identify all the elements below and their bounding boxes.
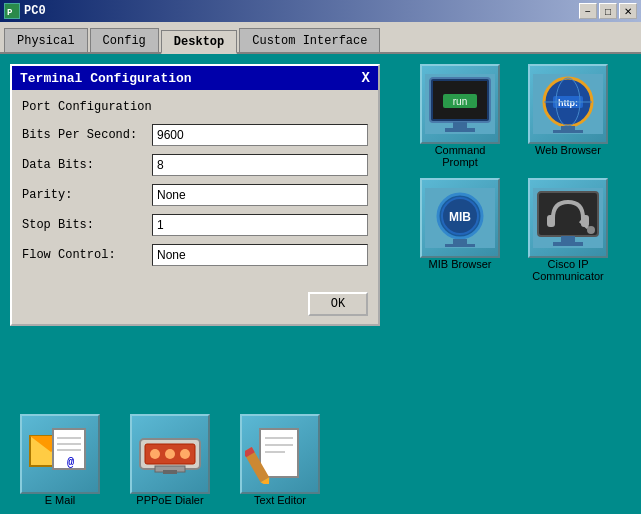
dialog-title-text: Terminal Configuration	[20, 71, 192, 86]
middle-icon-row: MIB MIB Browser	[410, 178, 618, 282]
dialog-body: Port Configuration Bits Per Second: 9600…	[12, 90, 378, 284]
email-icon-item[interactable]: @ E Mail	[10, 414, 110, 506]
text-editor-label: Text Editor	[254, 494, 306, 506]
mib-browser-label: MIB Browser	[429, 258, 492, 270]
web-browser-icon[interactable]: http: Web Browser	[518, 64, 618, 168]
data-bits-row: Data Bits: 5 6 7 8	[22, 154, 368, 176]
web-browser-label: Web Browser	[535, 144, 601, 156]
command-prompt-icon[interactable]: run Command Prompt	[410, 64, 510, 168]
bits-per-second-label: Bits Per Second:	[22, 128, 152, 142]
svg-point-12	[165, 449, 175, 459]
svg-text:http:: http:	[558, 98, 578, 108]
text-editor-icon-item[interactable]: Text Editor	[230, 414, 330, 506]
maximize-button[interactable]: □	[599, 3, 617, 19]
svg-text:P: P	[7, 8, 13, 18]
tab-config[interactable]: Config	[90, 28, 159, 52]
svg-point-13	[180, 449, 190, 459]
stop-bits-row: Stop Bits: 1 1.5 2	[22, 214, 368, 236]
terminal-config-dialog: Terminal Configuration X Port Configurat…	[10, 64, 380, 326]
ok-button[interactable]: OK	[308, 292, 368, 316]
dialog-title-bar: Terminal Configuration X	[12, 66, 378, 90]
stop-bits-select[interactable]: 1 1.5 2	[152, 214, 368, 236]
svg-rect-42	[453, 239, 467, 244]
main-content: Terminal Configuration X Port Configurat…	[0, 54, 641, 514]
cisco-label-line2: Communicator	[532, 270, 604, 282]
minimize-button[interactable]: −	[579, 3, 597, 19]
app-icon: P	[4, 3, 20, 19]
svg-text:@: @	[67, 456, 74, 470]
window-title: PC0	[24, 4, 46, 18]
svg-text:MIB: MIB	[449, 210, 471, 224]
flow-control-select[interactable]: None Hardware XON/XOFF	[152, 244, 368, 266]
dialog-close-button[interactable]: X	[362, 70, 370, 86]
tab-custom-interface[interactable]: Custom Interface	[239, 28, 380, 52]
svg-point-49	[587, 226, 595, 234]
svg-rect-50	[561, 236, 575, 242]
tab-physical[interactable]: Physical	[4, 28, 88, 52]
pppoe-label: PPPoE Dialer	[136, 494, 203, 506]
command-prompt-label-line1: Command	[435, 144, 486, 156]
mib-browser-icon[interactable]: MIB MIB Browser	[410, 178, 510, 282]
bits-per-second-select[interactable]: 9600 19200 38400 57600 115200	[152, 124, 368, 146]
stop-bits-label: Stop Bits:	[22, 218, 152, 232]
right-panel: run Command Prompt	[400, 54, 641, 514]
parity-row: Parity: None Even Odd Mark Space	[22, 184, 368, 206]
svg-rect-15	[163, 470, 177, 474]
cisco-ip-icon[interactable]: Cisco IP Communicator	[518, 178, 618, 282]
data-bits-label: Data Bits:	[22, 158, 152, 172]
tab-bar: Physical Config Desktop Custom Interface	[0, 22, 641, 54]
left-panel: Terminal Configuration X Port Configurat…	[0, 54, 400, 514]
command-prompt-label-line2: Prompt	[442, 156, 477, 168]
svg-rect-36	[561, 126, 575, 130]
parity-select[interactable]: None Even Odd Mark Space	[152, 184, 368, 206]
parity-label: Parity:	[22, 188, 152, 202]
svg-rect-51	[553, 242, 583, 246]
svg-point-11	[150, 449, 160, 459]
data-bits-select[interactable]: 5 6 7 8	[152, 154, 368, 176]
pppoe-icon-item[interactable]: PPPoE Dialer	[120, 414, 220, 506]
svg-rect-37	[553, 130, 583, 133]
email-label: E Mail	[45, 494, 76, 506]
title-bar: P PC0 − □ ✕	[0, 0, 641, 22]
top-icon-row: run Command Prompt	[410, 64, 618, 168]
svg-rect-43	[445, 244, 475, 247]
svg-text:run: run	[453, 96, 467, 107]
bottom-icons-row: @ E Mail	[10, 414, 330, 506]
port-config-label: Port Configuration	[22, 100, 368, 114]
svg-rect-46	[547, 215, 555, 227]
tab-desktop[interactable]: Desktop	[161, 30, 237, 54]
flow-control-label: Flow Control:	[22, 248, 152, 262]
svg-rect-29	[445, 128, 475, 132]
dialog-footer: OK	[12, 284, 378, 324]
cisco-label-line1: Cisco IP	[548, 258, 589, 270]
flow-control-row: Flow Control: None Hardware XON/XOFF	[22, 244, 368, 266]
bits-per-second-row: Bits Per Second: 9600 19200 38400 57600 …	[22, 124, 368, 146]
svg-rect-28	[453, 122, 467, 128]
window-controls: − □ ✕	[579, 3, 637, 19]
close-button[interactable]: ✕	[619, 3, 637, 19]
